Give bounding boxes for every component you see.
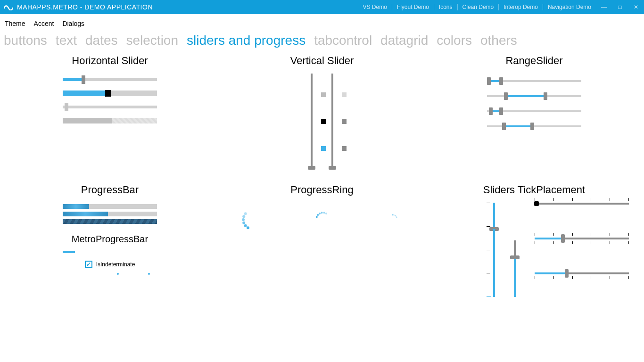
nav-flyout-demo[interactable]: Flyout Demo bbox=[392, 4, 434, 10]
tick-hslider-3[interactable] bbox=[535, 272, 629, 274]
tab-strip: buttons text dates selection sliders and… bbox=[0, 33, 644, 53]
rangeslider-3[interactable] bbox=[487, 110, 581, 112]
nav-vs-demo[interactable]: VS Demo bbox=[358, 4, 392, 10]
tab-dates[interactable]: dates bbox=[85, 33, 118, 48]
vslider1-mark-2 bbox=[321, 119, 326, 124]
vslider1-mark-1 bbox=[321, 92, 326, 97]
isindeterminate-checkbox[interactable]: ✓ bbox=[85, 261, 92, 268]
section-vertical-slider: Vertical Slider bbox=[216, 53, 428, 182]
tick-hslider-1[interactable] bbox=[535, 203, 629, 205]
section-horizontal-slider: Horizontal Slider bbox=[4, 53, 216, 182]
vslider2-mark-1 bbox=[342, 92, 347, 97]
menu-accent[interactable]: Accent bbox=[34, 20, 54, 27]
title-nav: VS Demo Flyout Demo Icons Clean Demo Int… bbox=[358, 4, 596, 10]
metroprogressbar bbox=[63, 251, 157, 253]
indeterminate-dots bbox=[63, 273, 157, 275]
tab-tabcontrol[interactable]: tabcontrol bbox=[314, 33, 372, 48]
nav-interop-demo[interactable]: Interop Demo bbox=[499, 4, 543, 10]
tick-vslider-2[interactable] bbox=[514, 240, 516, 297]
tickplacement-title: Sliders TickPlacement bbox=[430, 184, 638, 196]
hslider-4-pattern[interactable] bbox=[63, 118, 157, 123]
tab-buttons[interactable]: buttons bbox=[4, 33, 47, 48]
rangeslider-2[interactable] bbox=[487, 95, 581, 97]
nav-icons[interactable]: Icons bbox=[434, 4, 458, 10]
menu-bar: Theme Accent Dialogs bbox=[0, 14, 644, 33]
tab-others[interactable]: others bbox=[480, 33, 517, 48]
menu-dialogs[interactable]: Dialogs bbox=[62, 20, 84, 27]
vslider-2[interactable] bbox=[331, 74, 333, 168]
main-content: Horizontal Slider Vertical Slider bbox=[0, 53, 644, 311]
vslider2-mark-3 bbox=[342, 146, 347, 151]
tab-colors[interactable]: colors bbox=[437, 33, 472, 48]
tab-sliders-and-progress[interactable]: sliders and progress bbox=[187, 33, 305, 48]
tick-hslider-2[interactable] bbox=[535, 238, 629, 239]
rangeslider-4[interactable] bbox=[487, 125, 581, 127]
section-progressring: ProgressRing bbox=[216, 182, 428, 311]
progressbar-2 bbox=[63, 212, 157, 216]
window-titlebar: MAHAPPS.METRO - DEMO APPLICATION VS Demo… bbox=[0, 0, 644, 14]
close-button[interactable]: ✕ bbox=[628, 4, 644, 10]
tab-text[interactable]: text bbox=[56, 33, 77, 48]
rangeslider-title: RangeSlider bbox=[430, 55, 638, 67]
rangeslider-1[interactable] bbox=[487, 80, 581, 82]
hslider-1[interactable] bbox=[63, 78, 157, 81]
hslider-2[interactable] bbox=[63, 90, 157, 96]
nav-clean-demo[interactable]: Clean Demo bbox=[458, 4, 499, 10]
progressbar-1 bbox=[63, 204, 157, 209]
maximize-button[interactable]: □ bbox=[612, 4, 628, 10]
tick-vslider-1[interactable] bbox=[493, 203, 495, 297]
section-tickplacement: Sliders TickPlacement bbox=[428, 182, 640, 311]
progressring-title: ProgressRing bbox=[218, 184, 426, 196]
tab-datagrid[interactable]: datagrid bbox=[380, 33, 428, 48]
metroprogressbar-title: MetroProgressBar bbox=[72, 234, 148, 245]
window-title: MAHAPPS.METRO - DEMO APPLICATION bbox=[17, 3, 153, 11]
nav-navigation-demo[interactable]: Navigation Demo bbox=[543, 4, 596, 10]
vertical-slider-title: Vertical Slider bbox=[218, 55, 426, 67]
progressring-small bbox=[381, 206, 405, 230]
hslider-3-disabled bbox=[63, 106, 157, 108]
section-progressbar: ProgressBar MetroProgressBar ✓ IsIndeter… bbox=[4, 182, 216, 311]
progressbar-title: ProgressBar bbox=[6, 184, 214, 196]
progressring-large bbox=[239, 206, 263, 230]
vslider2-mark-2 bbox=[342, 119, 347, 124]
horizontal-slider-title: Horizontal Slider bbox=[6, 55, 214, 67]
isindeterminate-label: IsIndeterminate bbox=[96, 261, 135, 268]
progressbar-3-stripe bbox=[63, 219, 157, 224]
vslider-1[interactable] bbox=[311, 74, 313, 168]
tab-selection[interactable]: selection bbox=[126, 33, 179, 48]
progressring-medium bbox=[310, 206, 334, 230]
section-rangeslider: RangeSlider bbox=[428, 53, 640, 182]
minimize-button[interactable]: — bbox=[596, 4, 612, 10]
menu-theme[interactable]: Theme bbox=[5, 20, 25, 27]
app-logo-icon bbox=[4, 4, 13, 10]
vslider1-mark-3 bbox=[321, 146, 326, 151]
